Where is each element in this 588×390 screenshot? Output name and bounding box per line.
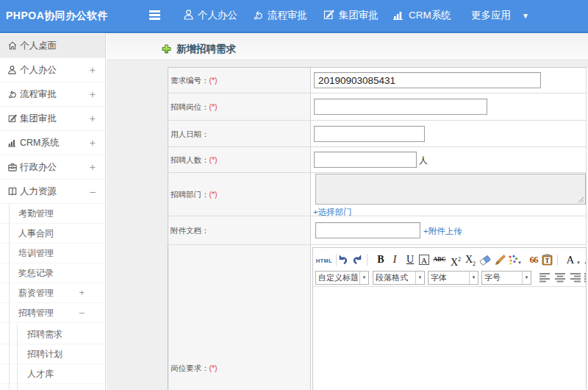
svg-text:T: T [545, 258, 549, 264]
